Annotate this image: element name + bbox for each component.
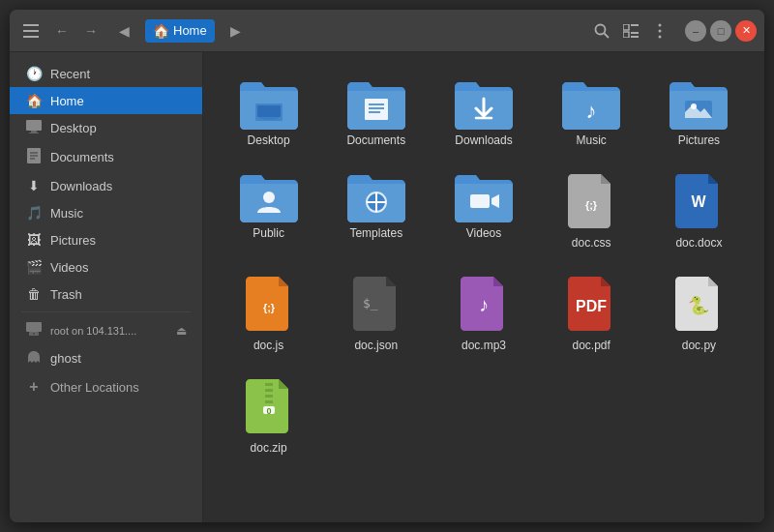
ghost-icon [25, 350, 43, 367]
minimize-button[interactable]: – [685, 20, 706, 42]
sidebar-label-trash: Trash [50, 287, 82, 302]
file-grid-container: Desktop Documents [203, 52, 764, 522]
public-folder-icon [238, 170, 300, 222]
file-item-css[interactable]: {;} doc.css [542, 161, 641, 255]
file-item-downloads[interactable]: Downloads [433, 68, 533, 153]
sidebar-label-home: Home [50, 94, 84, 108]
svg-text:0: 0 [266, 406, 271, 416]
svg-rect-6 [631, 24, 639, 26]
svg-rect-15 [29, 133, 39, 133]
sidebar-label-downloads: Downloads [50, 179, 112, 193]
forward-button[interactable]: → [77, 17, 104, 44]
back-button[interactable]: ← [48, 17, 75, 44]
svg-rect-5 [623, 24, 629, 30]
music-icon: 🎵 [25, 205, 43, 221]
sidebar: 🕐 Recent 🏠 Home Desktop Documents ⬇ [10, 52, 203, 522]
sidebar-item-recent[interactable]: 🕐 Recent [10, 60, 202, 87]
svg-text:$_: $_ [363, 296, 378, 310]
file-item-desktop[interactable]: Desktop [219, 68, 318, 153]
breadcrumb[interactable]: 🏠 Home [145, 19, 215, 43]
mp3-label: doc.mp3 [461, 339, 506, 352]
pictures-icon: 🖼 [25, 232, 43, 248]
file-item-mp3[interactable]: ♪ doc.mp3 [433, 263, 533, 358]
svg-point-35 [263, 192, 275, 203]
sidebar-label-documents: Documents [50, 150, 114, 164]
file-item-documents[interactable]: Documents [326, 68, 426, 153]
other-locations-icon: + [25, 378, 43, 396]
downloads-label: Downloads [455, 133, 512, 147]
svg-rect-49 [265, 395, 273, 398]
svg-text:{;}: {;} [585, 199, 598, 211]
file-item-pdf[interactable]: PDF doc.pdf [542, 263, 641, 358]
sidebar-item-documents[interactable]: Documents [10, 142, 202, 172]
svg-point-11 [659, 29, 662, 32]
css-file-icon: {;} [565, 170, 617, 232]
sidebar-item-home[interactable]: 🏠 Home [10, 87, 202, 114]
zip-file-icon: 0 [243, 375, 295, 437]
sidebar-item-downloads[interactable]: ⬇ Downloads [10, 172, 202, 199]
videos-icon: 🎬 [25, 259, 43, 275]
close-button[interactable]: ✕ [735, 20, 757, 42]
menu-button[interactable] [646, 17, 673, 44]
sidebar-label-ghost: ghost [50, 351, 81, 366]
svg-text:{;}: {;} [262, 302, 275, 313]
view-button[interactable] [617, 17, 644, 44]
file-item-zip[interactable]: 0 doc.zip [219, 366, 318, 460]
svg-rect-48 [265, 389, 273, 392]
documents-icon [25, 148, 43, 166]
file-item-docx[interactable]: W doc.docx [649, 161, 749, 255]
documents-label: Documents [346, 133, 405, 147]
sidebar-label-root: root on 104.131.... [50, 325, 136, 337]
prev-button[interactable]: ◀ [110, 17, 137, 44]
svg-rect-14 [31, 131, 37, 133]
file-manager-window: ← → ◀ 🏠 Home ▶ – □ ✕ [10, 10, 764, 522]
public-label: Public [253, 226, 284, 240]
titlebar: ← → ◀ 🏠 Home ▶ – □ ✕ [10, 10, 764, 52]
search-button[interactable] [588, 17, 615, 44]
sidebar-item-ghost[interactable]: ghost [10, 344, 202, 372]
svg-text:♪: ♪ [479, 294, 489, 315]
file-grid: Desktop Documents [219, 68, 749, 460]
py-label: doc.py [682, 339, 716, 352]
svg-rect-7 [623, 32, 629, 38]
file-item-videos[interactable]: Videos [433, 161, 533, 255]
sidebar-item-pictures[interactable]: 🖼 Pictures [10, 226, 202, 253]
eject-button[interactable]: ⏏ [176, 324, 187, 338]
file-item-public[interactable]: Public [219, 161, 318, 255]
svg-text:W: W [692, 193, 707, 210]
file-item-templates[interactable]: Templates [326, 161, 426, 255]
restore-button[interactable]: □ [710, 20, 731, 42]
sidebar-label-recent: Recent [50, 67, 90, 81]
sidebar-toggle-button[interactable] [17, 17, 45, 44]
sidebar-item-trash[interactable]: 🗑 Trash [10, 281, 202, 308]
py-file-icon: 🐍 [672, 273, 725, 335]
svg-rect-13 [26, 120, 42, 131]
svg-rect-50 [265, 400, 273, 403]
desktop-folder-icon [238, 77, 300, 130]
zip-label: doc.zip [251, 441, 287, 455]
file-item-js[interactable]: {;} doc.js [219, 263, 318, 358]
music-folder-icon: ♪ [560, 77, 622, 130]
sidebar-label-pictures: Pictures [50, 233, 96, 248]
sidebar-item-root[interactable]: root on 104.131.... ⏏ [10, 316, 202, 344]
file-item-pictures[interactable]: Pictures [649, 68, 749, 153]
file-item-py[interactable]: 🐍 doc.py [649, 263, 749, 358]
file-item-music[interactable]: ♪ Music [542, 68, 641, 153]
templates-label: Templates [349, 226, 402, 240]
sidebar-separator-1 [21, 311, 191, 312]
sidebar-item-other-locations[interactable]: + Other Locations [10, 372, 202, 401]
home-icon: 🏠 [25, 93, 43, 108]
svg-point-3 [596, 24, 606, 34]
file-item-json[interactable]: $_ doc.json [326, 263, 426, 358]
css-label: doc.css [572, 236, 611, 250]
sidebar-item-music[interactable]: 🎵 Music [10, 199, 202, 226]
svg-point-12 [659, 35, 662, 38]
sidebar-item-videos[interactable]: 🎬 Videos [10, 253, 202, 281]
svg-rect-1 [23, 30, 39, 32]
svg-rect-24 [257, 105, 281, 117]
sidebar-item-desktop[interactable]: Desktop [10, 114, 202, 142]
svg-point-10 [659, 23, 662, 26]
downloads-folder-icon [453, 77, 515, 130]
svg-rect-20 [26, 322, 42, 332]
next-button[interactable]: ▶ [223, 17, 250, 44]
